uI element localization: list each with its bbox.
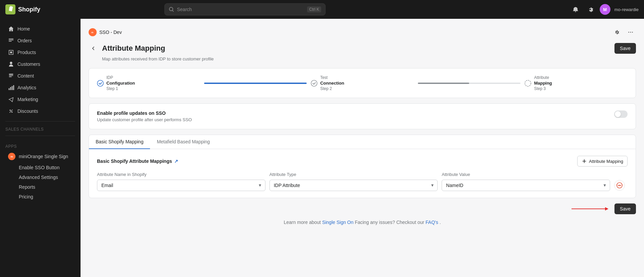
attribute-mapping-button[interactable]: Attribute Mapping [577,156,628,167]
tab-metafield[interactable]: Metafield Based Mapping [150,135,216,149]
settings-button[interactable] [585,4,596,15]
attribute-type-select[interactable]: IDP Attribute Fixed Value Custom [269,180,438,191]
svg-rect-6 [9,77,12,77]
mapping-row-headers: Attribute Name in Shopify Attribute Type… [97,172,628,177]
search-shortcut: Ctrl K [307,6,321,12]
orders-icon [8,38,14,44]
back-arrow-icon [90,45,96,51]
top-nav: shopify Ctrl K M mo-rewardie [0,0,644,19]
toggle-slider [614,110,628,118]
arrow-annotation [568,204,608,214]
app-sub-item-advanced-settings[interactable]: Advanced Settings [3,173,78,182]
svg-rect-3 [9,41,12,42]
svg-point-17 [628,32,629,33]
step-2-progress [418,83,521,84]
save-button-top[interactable]: Save [614,43,636,54]
shopify-logo-text: shopify [18,6,40,13]
sidebar-item-analytics[interactable]: Analytics [3,82,78,93]
toggle-card-desc: Update customer profile after user perfo… [97,117,192,122]
search-icon [169,7,174,12]
app-settings-button[interactable] [612,27,623,38]
step-3: Attribute Mapping Step 3 [525,75,628,91]
svg-point-22 [525,80,531,86]
page-title: Attribute Mapping [102,44,165,53]
step-2-label: Test [320,75,360,80]
app-sub-item-pricing[interactable]: Pricing [3,192,78,201]
step-3-icon [525,80,531,87]
footer-text: Learn more about Single Sign On Facing a… [89,220,636,225]
home-icon [8,26,14,32]
sidebar-item-content[interactable]: Content [3,70,78,82]
step-1-icon [97,80,104,87]
footer-link-faq[interactable]: FAQ's [426,220,438,225]
mapping-section-header: Basic Shopify Attribute Mappings ↗ Attri… [97,156,628,167]
app-sub-item-enable-sso[interactable]: Enable SSO Button [3,163,78,172]
save-button-bottom[interactable]: Save [614,203,636,214]
user-name: mo-rewardie [614,7,639,12]
toggle-card-content: Enable profile updates on SSO Update cus… [97,110,192,122]
search-bar[interactable]: Ctrl K [164,3,326,15]
notification-button[interactable] [570,4,581,15]
page-header: Attribute Mapping Save [89,43,636,54]
remove-row-button[interactable] [614,180,625,191]
back-button[interactable] [89,44,98,53]
svg-point-20 [97,80,103,86]
attribute-name-select[interactable]: Email First Name Last Name Phone [97,180,265,191]
svg-marker-25 [605,207,608,211]
miniorange-icon: m [8,153,15,160]
shopify-logo[interactable]: shopify [5,4,40,14]
svg-point-21 [311,80,317,86]
app-item-miniorange[interactable]: m miniOrange Single Sign [3,150,78,163]
sidebar-item-content-label: Content [17,73,34,79]
sidebar-item-marketing-label: Marketing [17,97,38,102]
sidebar-item-analytics-label: Analytics [17,85,36,90]
sidebar-item-products[interactable]: Products [3,47,78,58]
customers-icon [8,61,14,67]
main-nav: Home Orders Products Customers [0,21,81,119]
user-avatar[interactable]: M [600,4,610,15]
sidebar-item-home-label: Home [17,26,30,32]
sidebar-item-orders[interactable]: Orders [3,35,78,46]
analytics-icon [8,85,14,91]
sidebar-item-discounts[interactable]: Discounts [3,105,78,117]
products-icon [8,49,14,55]
advanced-settings-label: Advanced Settings [19,175,58,180]
sidebar-item-marketing[interactable]: Marketing [3,94,78,105]
svg-rect-10 [13,85,14,90]
attribute-name-wrapper: Email First Name Last Name Phone ▼ [97,180,265,191]
svg-rect-8 [10,87,11,90]
sidebar-divider-1 [5,121,75,122]
profile-update-toggle[interactable] [614,110,628,118]
toggle-card: Enable profile updates on SSO Update cus… [89,103,636,129]
svg-point-19 [632,32,633,33]
apps-section: Apps m miniOrange Single Sign Enable SSO… [0,139,81,204]
svg-point-11 [10,110,11,111]
plus-icon [582,158,587,164]
app-layout: Home Orders Products Customers [0,0,644,277]
top-nav-right: M mo-rewardie [570,4,639,15]
external-link-icon[interactable]: ↗ [174,158,178,164]
footer-link-sso[interactable]: Single Sign On [322,220,353,225]
sidebar-item-orders-label: Orders [17,38,32,43]
bottom-save-area: Save [89,203,636,214]
mapping-section-title: Basic Shopify Attribute Mappings ↗ [97,158,178,164]
step-1-check-icon [97,80,104,87]
tab-basic-shopify[interactable]: Basic Shopify Mapping [89,135,150,149]
attribute-value-select[interactable]: NameID email first_name last_name [442,180,610,191]
app-subheader-actions [612,27,636,38]
step-3-name: Mapping [534,81,574,86]
col-header-name: Attribute Name in Shopify [97,172,265,177]
sidebar-item-home[interactable]: Home [3,23,78,35]
sidebar-item-customers[interactable]: Customers [3,58,78,70]
svg-rect-9 [12,86,13,90]
sidebar-divider-2 [5,136,75,136]
search-input[interactable] [177,7,304,12]
mapping-body: Basic Shopify Attribute Mappings ↗ Attri… [89,149,636,198]
sidebar: Home Orders Products Customers [0,19,81,277]
step-2-icon [311,80,317,87]
app-more-button[interactable] [625,27,636,38]
attribute-value-wrapper: NameID email first_name last_name ▼ [442,180,610,191]
app-subheader: m SSO - Dev [89,27,636,38]
app-sub-item-reports[interactable]: Reports [3,182,78,192]
svg-point-18 [630,32,631,33]
